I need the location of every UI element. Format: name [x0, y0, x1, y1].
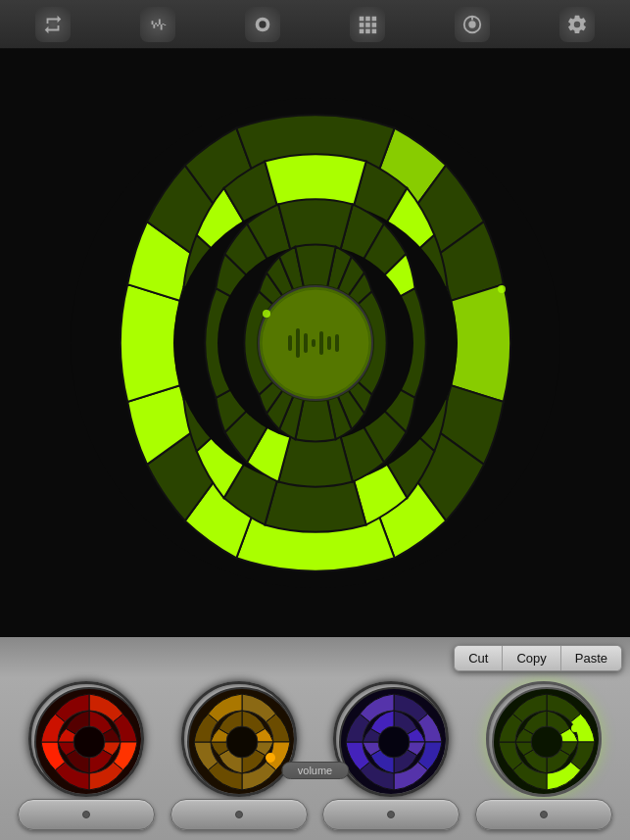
svg-point-39	[378, 726, 410, 758]
volume-label: volume	[281, 762, 349, 779]
svg-rect-25	[327, 336, 331, 350]
svg-rect-10	[372, 28, 377, 33]
loop-icon[interactable]	[35, 7, 71, 42]
svg-point-27	[263, 310, 270, 318]
svg-point-42	[531, 726, 562, 758]
svg-rect-2	[360, 16, 364, 21]
effects-icon[interactable]	[455, 7, 490, 42]
context-menu: Cut Copy Paste	[454, 645, 622, 671]
svg-point-1	[259, 21, 266, 27]
drum-circle[interactable]	[61, 88, 570, 598]
bottom-btn-3[interactable]	[322, 799, 460, 830]
btn4-indicator	[540, 811, 548, 818]
svg-point-43	[571, 724, 579, 732]
main-drum-area	[0, 49, 630, 637]
record-icon[interactable]	[245, 7, 280, 42]
purple-pad[interactable]	[333, 681, 449, 797]
svg-rect-20	[288, 335, 292, 351]
red-pad[interactable]	[28, 681, 144, 797]
btn1-indicator	[82, 811, 90, 818]
svg-point-12	[469, 21, 476, 27]
btn2-indicator	[235, 811, 243, 818]
svg-rect-4	[372, 16, 377, 21]
svg-rect-22	[304, 333, 308, 353]
svg-rect-7	[372, 23, 377, 27]
cut-button[interactable]: Cut	[455, 646, 503, 670]
svg-point-32	[73, 726, 105, 758]
svg-rect-21	[296, 328, 300, 358]
svg-rect-23	[312, 339, 315, 347]
bottom-btn-2[interactable]	[170, 799, 308, 830]
svg-point-35	[226, 726, 258, 758]
svg-rect-24	[319, 331, 323, 355]
orange-pad[interactable]	[181, 681, 297, 797]
svg-rect-9	[365, 28, 370, 33]
grid-icon[interactable]	[350, 7, 385, 42]
bottom-section: Cut Copy Paste	[0, 637, 630, 840]
svg-rect-5	[360, 23, 364, 27]
svg-point-36	[266, 753, 275, 763]
paste-button[interactable]: Paste	[561, 646, 621, 670]
bottom-btn-4[interactable]	[475, 799, 612, 830]
svg-point-28	[498, 285, 506, 293]
svg-rect-26	[335, 334, 339, 352]
svg-rect-8	[360, 28, 364, 33]
copy-button[interactable]: Copy	[503, 646, 560, 670]
svg-rect-6	[365, 23, 370, 27]
svg-rect-3	[365, 16, 370, 21]
bottom-buttons-row	[0, 799, 630, 830]
waveform-icon[interactable]	[140, 7, 175, 42]
toolbar	[0, 0, 630, 49]
bottom-btn-1[interactable]	[18, 799, 155, 830]
btn3-indicator	[387, 811, 395, 818]
gear-icon[interactable]	[559, 7, 595, 42]
green-pad[interactable]	[486, 681, 602, 797]
